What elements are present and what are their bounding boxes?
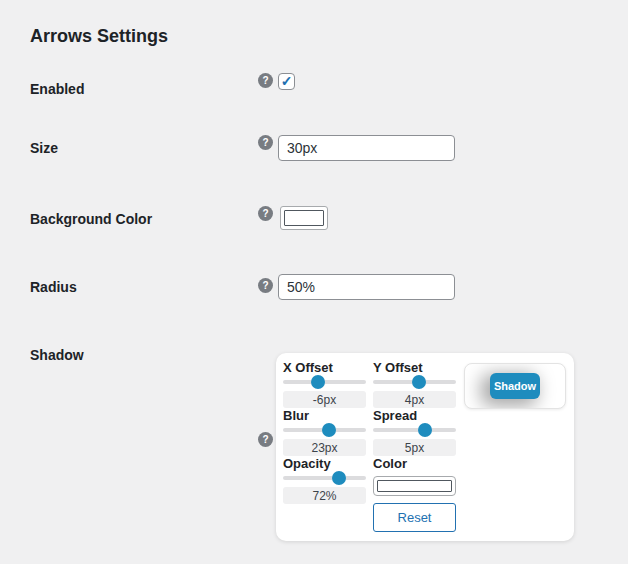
size-label: Size — [30, 140, 58, 156]
shadow-color-swatch[interactable] — [373, 476, 456, 496]
spread-value: 5px — [373, 439, 456, 456]
shadow-color-label: Color — [373, 457, 456, 470]
reset-button[interactable]: Reset — [373, 503, 456, 532]
help-icon-shadow[interactable]: ? — [258, 432, 273, 447]
opacity-slider-thumb[interactable] — [332, 471, 346, 485]
opacity-slider-field: Opacity 72% — [283, 457, 366, 504]
enabled-label: Enabled — [30, 81, 84, 97]
background-color-swatch-fill — [284, 210, 324, 226]
enabled-checkbox[interactable]: ✓ — [278, 73, 295, 90]
arrows-settings-panel: Arrows Settings Enabled ? ✓ Size ? Backg… — [0, 0, 628, 564]
blur-slider-track[interactable] — [283, 428, 366, 432]
help-icon-size[interactable]: ? — [258, 135, 273, 150]
x-offset-slider-field: X Offset -6px — [283, 361, 366, 408]
blur-label: Blur — [283, 409, 366, 422]
opacity-slider-track[interactable] — [283, 476, 366, 480]
help-icon-background-color[interactable]: ? — [258, 206, 273, 221]
x-offset-value: -6px — [283, 391, 366, 408]
x-offset-label: X Offset — [283, 361, 366, 374]
shadow-preview-button: Shadow — [490, 373, 540, 399]
shadow-color-field: Color — [373, 457, 456, 496]
shadow-settings-widget: X Offset -6px Y Offset 4px Blur 23px Spr… — [276, 353, 574, 541]
help-icon-radius[interactable]: ? — [258, 278, 273, 293]
page-title: Arrows Settings — [30, 24, 168, 48]
help-icon-enabled[interactable]: ? — [258, 73, 273, 88]
x-offset-slider-track[interactable] — [283, 380, 366, 384]
radius-label: Radius — [30, 279, 77, 295]
size-input[interactable] — [278, 135, 455, 161]
spread-slider-field: Spread 5px — [373, 409, 456, 456]
shadow-preview-card: Shadow — [464, 363, 566, 409]
blur-value: 23px — [283, 439, 366, 456]
spread-label: Spread — [373, 409, 456, 422]
spread-slider-track[interactable] — [373, 428, 456, 432]
background-color-label: Background Color — [30, 211, 152, 227]
radius-input[interactable] — [278, 274, 455, 300]
spread-slider-thumb[interactable] — [418, 423, 432, 437]
y-offset-value: 4px — [373, 391, 456, 408]
y-offset-slider-track[interactable] — [373, 380, 456, 384]
x-offset-slider-thumb[interactable] — [311, 375, 325, 389]
shadow-color-swatch-fill — [377, 480, 452, 492]
opacity-value: 72% — [283, 487, 366, 504]
checkmark-icon: ✓ — [281, 74, 293, 88]
y-offset-slider-thumb[interactable] — [412, 375, 426, 389]
opacity-label: Opacity — [283, 457, 366, 470]
y-offset-slider-field: Y Offset 4px — [373, 361, 456, 408]
blur-slider-thumb[interactable] — [322, 423, 336, 437]
background-color-swatch[interactable] — [280, 206, 328, 230]
shadow-label: Shadow — [30, 347, 84, 363]
blur-slider-field: Blur 23px — [283, 409, 366, 456]
y-offset-label: Y Offset — [373, 361, 456, 374]
